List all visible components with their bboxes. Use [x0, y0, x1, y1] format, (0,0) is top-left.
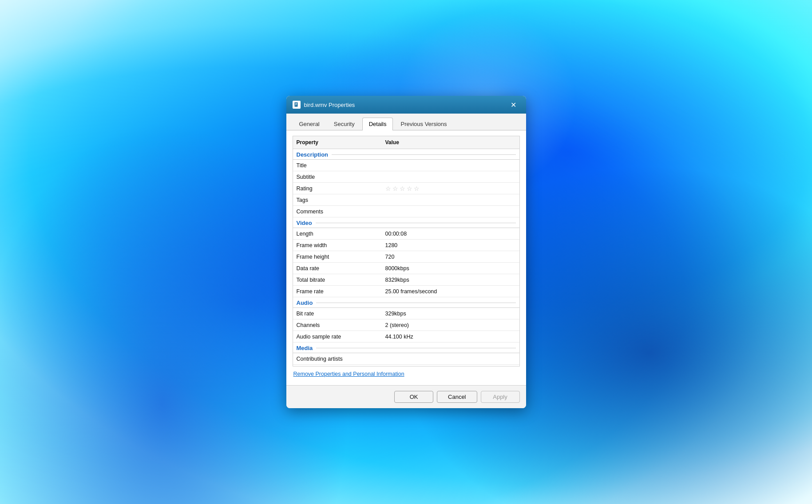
properties-dialog: bird.wmv Properties ✕ General Security D…: [286, 96, 526, 408]
tab-details[interactable]: Details: [362, 118, 393, 130]
prop-data-rate-value: 8000kbps: [382, 264, 519, 272]
table-scroll-area[interactable]: Description Title Subtitle Rating ☆: [293, 149, 519, 366]
prop-frame-height-value: 720: [382, 253, 519, 261]
prop-length-label: Length: [293, 230, 382, 238]
prop-tags-value[interactable]: [382, 199, 519, 201]
section-media-line: [316, 348, 515, 348]
prop-frame-height-label: Frame height: [293, 253, 382, 261]
prop-bit-rate-value: 329kbps: [382, 310, 519, 318]
section-audio: Audio: [293, 297, 519, 308]
svg-rect-2: [295, 104, 297, 104]
apply-button[interactable]: Apply: [481, 391, 520, 403]
prop-frame-width-value: 1280: [382, 241, 519, 249]
row-subtitle: Subtitle: [293, 171, 519, 183]
row-frame-width: Frame width 1280: [293, 240, 519, 251]
dialog-body: Property Value Description Title Subtitl…: [286, 130, 526, 385]
prop-contributing-artists-value[interactable]: [382, 358, 519, 360]
rating-stars[interactable]: ☆ ☆ ☆ ☆ ☆: [385, 185, 516, 192]
prop-audio-sample-rate-label: Audio sample rate: [293, 333, 382, 341]
row-length: Length 00:00:08: [293, 228, 519, 240]
prop-frame-rate-label: Frame rate: [293, 287, 382, 295]
prop-channels-label: Channels: [293, 321, 382, 329]
file-icon: [293, 101, 301, 109]
row-frame-rate: Frame rate 25.00 frames/second: [293, 286, 519, 297]
tab-security[interactable]: Security: [327, 118, 361, 130]
svg-rect-3: [295, 105, 297, 105]
cancel-button[interactable]: Cancel: [437, 391, 477, 403]
title-bar: bird.wmv Properties ✕: [286, 96, 526, 114]
star-2[interactable]: ☆: [392, 185, 398, 192]
header-property: Property: [293, 138, 382, 147]
prop-comments-value[interactable]: [382, 211, 519, 213]
row-frame-height: Frame height 720: [293, 251, 519, 263]
prop-rating-value[interactable]: ☆ ☆ ☆ ☆ ☆: [382, 184, 519, 193]
prop-bit-rate-label: Bit rate: [293, 310, 382, 318]
row-rating: Rating ☆ ☆ ☆ ☆ ☆: [293, 183, 519, 194]
prop-frame-width-label: Frame width: [293, 241, 382, 249]
prop-data-rate-label: Data rate: [293, 264, 382, 272]
section-line: [332, 154, 515, 155]
title-bar-left: bird.wmv Properties: [293, 101, 355, 109]
section-audio-label: Audio: [297, 299, 313, 306]
row-bit-rate: Bit rate 329kbps: [293, 308, 519, 319]
prop-channels-value: 2 (stereo): [382, 321, 519, 329]
star-1[interactable]: ☆: [385, 185, 391, 192]
section-description: Description: [293, 149, 519, 160]
star-3[interactable]: ☆: [400, 185, 405, 192]
prop-subtitle-label: Subtitle: [293, 173, 382, 181]
star-4[interactable]: ☆: [407, 185, 412, 192]
section-video: Video: [293, 217, 519, 228]
row-audio-sample-rate: Audio sample rate 44.100 kHz: [293, 331, 519, 343]
dialog-footer: OK Cancel Apply: [286, 385, 526, 408]
row-channels: Channels 2 (stereo): [293, 319, 519, 331]
remove-properties-link[interactable]: Remove Properties and Personal Informati…: [293, 366, 520, 380]
section-description-label: Description: [297, 151, 329, 158]
star-5[interactable]: ☆: [414, 185, 420, 192]
row-tags: Tags: [293, 194, 519, 206]
prop-audio-sample-rate-value: 44.100 kHz: [382, 333, 519, 341]
svg-rect-1: [295, 103, 297, 103]
tab-previous-versions[interactable]: Previous Versions: [394, 118, 453, 130]
prop-frame-rate-value: 25.00 frames/second: [382, 287, 519, 295]
close-button[interactable]: ✕: [507, 98, 520, 111]
prop-subtitle-value[interactable]: [382, 176, 519, 178]
section-video-line: [316, 223, 516, 223]
prop-tags-label: Tags: [293, 196, 382, 204]
prop-total-bitrate-value: 8329kbps: [382, 276, 519, 284]
tab-bar: General Security Details Previous Versio…: [286, 114, 526, 130]
row-total-bitrate: Total bitrate 8329kbps: [293, 274, 519, 286]
prop-contributing-artists-label: Contributing artists: [293, 355, 382, 363]
row-data-rate: Data rate 8000kbps: [293, 263, 519, 274]
prop-comments-label: Comments: [293, 208, 382, 216]
prop-total-bitrate-label: Total bitrate: [293, 276, 382, 284]
tab-general[interactable]: General: [293, 118, 326, 130]
dialog-title: bird.wmv Properties: [304, 102, 355, 108]
section-media: Media: [293, 343, 519, 353]
row-comments: Comments: [293, 206, 519, 217]
prop-title-value[interactable]: [382, 165, 519, 166]
section-media-label: Media: [297, 345, 313, 351]
prop-length-value: 00:00:08: [382, 230, 519, 238]
row-contributing-artists: Contributing artists: [293, 353, 519, 365]
properties-table: Property Value Description Title Subtitl…: [293, 136, 520, 366]
section-audio-line: [316, 303, 515, 303]
row-title: Title: [293, 160, 519, 171]
prop-rating-label: Rating: [293, 185, 382, 193]
table-header: Property Value: [293, 136, 519, 149]
prop-title-label: Title: [293, 161, 382, 169]
section-video-label: Video: [297, 220, 312, 226]
ok-button[interactable]: OK: [394, 391, 433, 403]
header-value: Value: [382, 138, 519, 147]
svg-rect-0: [294, 102, 298, 107]
